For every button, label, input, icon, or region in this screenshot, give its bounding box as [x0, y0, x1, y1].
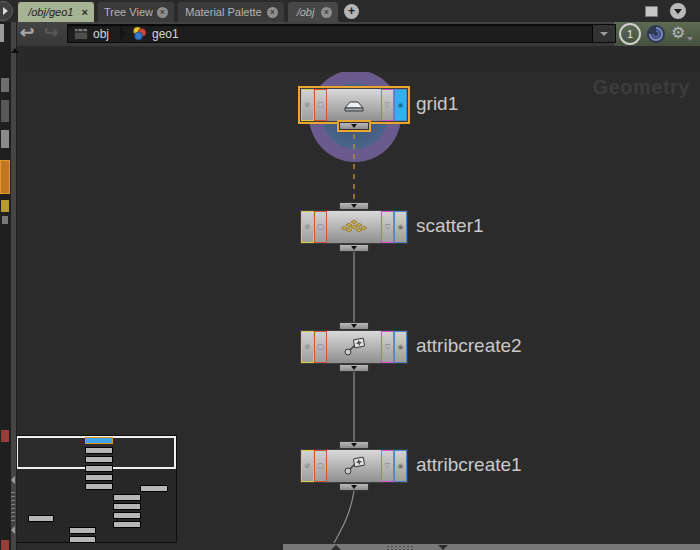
new-tab-button[interactable]: + [344, 4, 359, 19]
pane-tab-obj[interactable]: /obj × [288, 2, 338, 22]
node-label[interactable]: attribcreate1 [416, 454, 522, 476]
lock-flag-button[interactable]: ▢ [314, 450, 327, 482]
node-body[interactable]: ⊘▢▽◉ [300, 210, 408, 244]
node-scatter1[interactable]: ⊘▢▽◉scatter1 [300, 210, 408, 244]
lock-flag-button[interactable]: ▢ [314, 331, 327, 363]
history-back-button[interactable]: ↩ [20, 22, 34, 43]
close-tab-icon[interactable]: × [267, 7, 278, 18]
display-flag-button[interactable]: ◉ [394, 211, 407, 243]
pane-split-menu-icon[interactable] [670, 3, 686, 19]
node-body[interactable]: ⊘▢▽◉ [300, 449, 408, 483]
minimap-node [113, 494, 141, 501]
minimap[interactable] [15, 435, 177, 543]
gear-caret-icon [687, 37, 693, 41]
close-tab-icon[interactable]: × [321, 7, 332, 18]
splitter-collapse-left-icon[interactable] [11, 526, 15, 534]
minimap-node [85, 474, 113, 481]
splitter-collapse-up-icon[interactable] [11, 48, 19, 53]
node-output-connector[interactable] [339, 244, 369, 252]
connector-arrow-icon [351, 204, 357, 208]
lock-flag-button[interactable]: ▢ [314, 89, 327, 121]
bypass-flag-button[interactable]: ⊘ [301, 211, 314, 243]
link-number-badge[interactable]: 1 [619, 23, 641, 45]
node-grid1[interactable]: ⊘▢▽◉grid1 [300, 88, 408, 122]
connector-arrow-icon [351, 366, 357, 370]
wire-attribcreate1-offscreen[interactable] [334, 491, 354, 543]
node-input-connector[interactable] [339, 202, 369, 210]
network-canvas[interactable]: Geometry ⊘▢▽◉grid1⊘▢▽◉scatter1⊘▢▽◉attrib… [0, 72, 700, 550]
partial-icon-highlighted [0, 160, 10, 194]
close-tab-icon[interactable]: × [82, 6, 88, 18]
bypass-flag-button[interactable]: ⊘ [301, 450, 314, 482]
pane-tab-obj-geo1[interactable]: /obj/geo1 × [18, 2, 94, 22]
node-attribcreate1[interactable]: ⊘▢▽◉attribcreate1 [300, 449, 408, 483]
minimap-node [69, 536, 96, 543]
path-separator-icon [120, 26, 126, 42]
adjacent-pane-sliver [0, 22, 10, 550]
node-output-connector[interactable] [339, 483, 369, 491]
partial-icon [1, 100, 9, 122]
pane-tab-material-palette[interactable]: Material Palette × [178, 2, 284, 22]
tab-label: /obj [294, 6, 317, 18]
pane-menu-arrow-icon [3, 7, 8, 15]
connector-arrow-icon [351, 124, 357, 128]
node-label[interactable]: scatter1 [416, 215, 484, 237]
template-flag-button[interactable]: ▽ [381, 450, 394, 482]
path-dropdown-button[interactable] [592, 25, 615, 42]
minimap-node [113, 512, 141, 519]
minimap-node [69, 527, 96, 534]
output-connector-icon[interactable] [438, 545, 448, 550]
partial-icon [1, 540, 9, 550]
template-flag-button[interactable]: ▽ [381, 331, 394, 363]
node-label[interactable]: attribcreate2 [416, 335, 522, 357]
minimap-node [85, 483, 113, 490]
display-flag-button[interactable]: ◉ [394, 331, 407, 363]
node-body[interactable]: ⊘▢▽◉ [300, 88, 408, 122]
node-input-connector[interactable] [339, 441, 369, 449]
bypass-flag-button[interactable]: ⊘ [301, 331, 314, 363]
splitter-grip[interactable] [11, 492, 15, 522]
minimap-node [85, 465, 113, 472]
connector-arrow-icon [351, 485, 357, 489]
partial-icon [2, 216, 8, 224]
close-tab-icon[interactable]: × [157, 7, 168, 18]
connector-arrow-icon [351, 324, 357, 328]
lock-flag-button[interactable]: ▢ [314, 211, 327, 243]
minimap-node [113, 503, 141, 510]
pane-menu-icon[interactable] [0, 1, 13, 21]
display-flag-button[interactable]: ◉ [394, 450, 407, 482]
template-flag-button[interactable]: ▽ [381, 89, 394, 121]
chevron-down-icon [674, 9, 682, 14]
connector-arrow-icon [351, 443, 357, 447]
minimap-node [113, 521, 141, 528]
gear-icon[interactable]: ⚙ [671, 23, 685, 42]
bypass-flag-button[interactable]: ⊘ [301, 89, 314, 121]
pane-maximize-icon[interactable] [645, 6, 658, 17]
tab-label: /obj/geo1 [24, 6, 78, 18]
path-segment-obj[interactable]: obj [93, 27, 109, 41]
pane-tab-tree-view[interactable]: Tree View × [98, 2, 174, 22]
minimap-node [85, 456, 113, 463]
splitter-collapse-left-icon[interactable] [11, 476, 15, 484]
node-attribcreate2[interactable]: ⊘▢▽◉attribcreate2 [300, 330, 408, 364]
template-flag-button[interactable]: ▽ [381, 211, 394, 243]
pane-splitter[interactable] [10, 22, 17, 550]
partial-icon [0, 24, 4, 42]
node-output-connector[interactable] [339, 364, 369, 372]
input-connector-icon[interactable] [331, 545, 341, 550]
node-body[interactable]: ⊘▢▽◉ [300, 330, 408, 364]
display-flag-button[interactable]: ◉ [394, 89, 407, 121]
radial-menu-icon[interactable] [646, 24, 666, 48]
node-label[interactable]: grid1 [416, 93, 458, 115]
partial-icon [1, 78, 9, 92]
offscreen-node-top-edge[interactable] [283, 543, 700, 550]
network-path-field[interactable]: obj geo1 [67, 24, 616, 43]
node-output-connector[interactable] [339, 122, 369, 130]
geometry-icon [132, 26, 147, 41]
connector-arrow-icon [351, 246, 357, 250]
tab-label: Material Palette [184, 6, 263, 18]
history-forward-button[interactable]: ↪ [44, 22, 58, 43]
partial-icon [1, 430, 9, 442]
path-segment-geo1[interactable]: geo1 [152, 27, 179, 41]
node-input-connector[interactable] [339, 322, 369, 330]
